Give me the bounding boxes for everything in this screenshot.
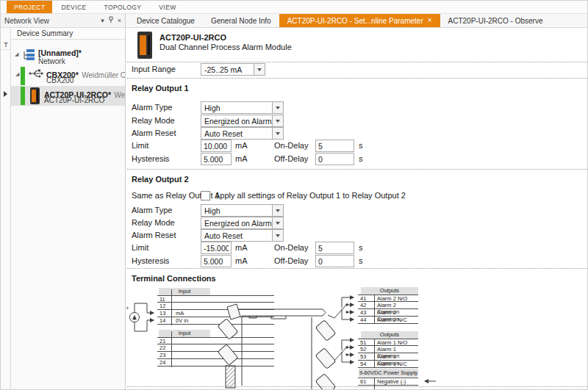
device-thumbnail xyxy=(30,87,40,104)
svg-text:+: + xyxy=(126,305,129,311)
item-sub: Network xyxy=(38,57,65,65)
pin-icon[interactable] xyxy=(108,16,114,25)
ribbon-tab-view[interactable]: VIEW xyxy=(150,1,184,13)
sidebar-item-network[interactable]: ◢ [Unnamed]* Network xyxy=(11,47,125,66)
document-tab-bar: Device Catalogue General Node Info ACT20… xyxy=(126,14,588,28)
sidebar-item-act20p[interactable]: ACT20P-UI-2RCO* Weid... ACT20P-UI-2RCO xyxy=(11,86,125,106)
tab-set-online-parameter[interactable]: ACT20P-UI-2RCO - Set...nline Parameter × xyxy=(279,14,440,27)
network-icon xyxy=(21,48,36,65)
item-sub: ACT20P-UI-2RCO xyxy=(44,96,104,104)
device-summary-header: Device Summary xyxy=(11,28,126,40)
close-icon[interactable]: × xyxy=(118,18,121,24)
item-meta: Weid... xyxy=(114,91,126,99)
chevron-down-icon[interactable]: ▾ xyxy=(101,18,104,24)
network-view-pane: Device Summary T ◢ [Unnamed]* Network ◢ xyxy=(1,28,126,390)
item-meta: Weidmüller CBX,... xyxy=(82,71,126,79)
pane-title: Network View xyxy=(1,17,101,25)
expander-icon[interactable]: ◢ xyxy=(15,51,18,57)
status-green-bar xyxy=(21,87,25,105)
tab-general-node-info[interactable]: General Node Info xyxy=(203,14,279,27)
sidebar-item-cbx200[interactable]: ◢ CBX200* Weidmüller CBX,... CBX200 xyxy=(11,66,125,86)
expander-icon[interactable]: ◢ xyxy=(15,71,19,77)
tree-gutter xyxy=(1,28,11,390)
tab-close-icon[interactable]: × xyxy=(428,17,432,24)
ribbon-tab-device[interactable]: DEVICE xyxy=(52,1,95,13)
separator xyxy=(127,386,588,387)
parameter-panel: ACT20P-UI-2RCO Dual Channel Process Alar… xyxy=(126,28,588,390)
ribbon-bar: PROJECT DEVICE TOPOLOGY VIEW xyxy=(1,1,588,14)
app-window: PROJECT DEVICE TOPOLOGY VIEW Network Vie… xyxy=(0,0,588,390)
item-name: [Unnamed]* xyxy=(38,48,82,57)
ribbon-tab-project[interactable]: PROJECT xyxy=(7,1,52,13)
terminal-wiring-diagram: + xyxy=(126,28,588,390)
tab-observe[interactable]: ACT20P-UI-2RCO - Observe xyxy=(440,14,551,27)
status-green-bar xyxy=(21,67,25,85)
filter-cell[interactable]: T xyxy=(1,40,11,50)
item-sub: CBX200 xyxy=(46,76,74,84)
usb-icon xyxy=(28,68,44,82)
network-view-header: Network View ▾ × xyxy=(1,14,126,28)
ribbon-tab-topology[interactable]: TOPOLOGY xyxy=(96,1,151,13)
tab-label: ACT20P-UI-2RCO - Set...nline Parameter xyxy=(287,17,423,25)
selected-row-marker xyxy=(4,91,7,97)
tab-device-catalogue[interactable]: Device Catalogue xyxy=(129,14,203,27)
